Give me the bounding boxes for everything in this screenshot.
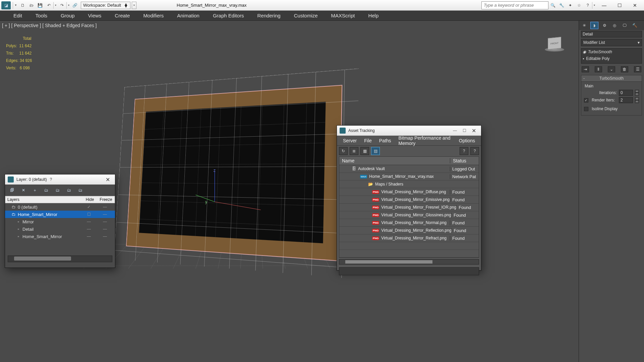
layer-select-icon[interactable]: 🗂 [43,187,50,194]
modifier-stack[interactable]: ◉TurboSmooth ▪Editable Poly [581,48,642,64]
layer-delete-icon[interactable]: ✕ [20,187,27,194]
layer-hide-toggle[interactable]: ✓ [81,205,96,209]
render-iters-spin-buttons[interactable]: ▲▼ [635,97,639,103]
layer-hide-toggle[interactable]: — [81,227,96,231]
display-tab-icon[interactable]: 🖵 [621,22,629,29]
asset-col-status[interactable]: Status [450,158,479,163]
workspace-selector[interactable]: Workspace: Default ▲▼ [81,2,130,9]
layer-hide-toggle[interactable]: ☐ [81,212,96,217]
asset-row[interactable]: PNGVirtual_Dressing_Mirror_Diffuse.pngFo… [339,188,479,196]
window-maximize-button[interactable]: ☐ [612,0,627,11]
asset-row[interactable]: PNGVirtual_Dressing_Mirror_Refract.pngFo… [339,234,479,242]
exchange-icon[interactable]: ✦ [566,1,574,9]
layer-highlight-icon[interactable]: 🗂 [54,187,61,194]
asset-list[interactable]: 🗄Autodesk VaultLogged OutMAXHome_Smart_M… [339,165,479,258]
menu-rendering[interactable]: Rendering [250,11,287,20]
help-icon[interactable]: ? [584,1,592,9]
layer-freeze-icon[interactable]: 🗂 [77,187,84,194]
menu-create[interactable]: Create [108,11,136,20]
menu-customize[interactable]: Customize [287,11,325,20]
asset-col-name[interactable]: Name [339,158,450,163]
menu-edit[interactable]: Edit [7,11,29,20]
asset-horizontal-scrollbar[interactable] [339,259,479,265]
menu-group[interactable]: Group [54,11,81,20]
modify-tab-icon[interactable]: ◗ [590,22,598,29]
menu-help[interactable]: Help [361,11,385,20]
redo-history-dropdown[interactable]: ▾ [66,2,71,9]
asset-dialog-maximize-button[interactable]: ☐ [460,128,469,133]
menu-views[interactable]: Views [81,11,108,20]
undo-history-dropdown[interactable]: ▾ [53,2,58,9]
open-file-icon[interactable]: 🗁 [27,1,36,9]
asset-dialog-close-button[interactable]: ✕ [469,128,478,134]
object-name-field[interactable] [581,31,642,38]
favorite-icon[interactable]: ☆ [575,1,583,9]
iterations-spin-buttons[interactable]: ▲▼ [635,90,639,96]
redo-icon[interactable]: ↷ [58,1,66,9]
layer-freeze-toggle[interactable]: — [96,219,114,224]
layer-col-hide[interactable]: Hide [82,197,97,202]
asset-tracking-dialog[interactable]: Asset Tracking — ☐ ✕ ServerFilePathsBitm… [337,125,481,271]
layer-freeze-toggle[interactable]: — [96,205,114,209]
iterations-spinner[interactable]: 0 [619,90,633,96]
asset-help1-icon[interactable]: ? [460,147,468,155]
asset-menu-bitmap-performance-and-memory[interactable]: Bitmap Performance and Memory [395,134,455,147]
help-search-box[interactable] [481,1,548,9]
show-end-result-icon[interactable]: Ⅱ [595,66,602,72]
asset-row[interactable]: 🗄Autodesk VaultLogged Out [339,165,479,173]
render-iters-spinner[interactable]: 2 [619,97,633,103]
layer-dialog[interactable]: Layer: 0 (default) ? ✕ 🗐 ✕ ＋ 🗂 🗂 🗂 🗂 Lay… [5,174,115,268]
help-search-input[interactable] [484,3,546,8]
lightbulb-icon[interactable]: ◉ [583,50,586,54]
asset-menu-file[interactable]: File [361,137,375,145]
workspace-dropdown[interactable]: ▾ [132,2,136,9]
create-tab-icon[interactable]: ✳ [580,22,588,29]
asset-dialog-minimize-button[interactable]: — [450,128,460,133]
layer-freeze-toggle[interactable]: — [96,234,114,239]
layer-row[interactable]: ▫Mirror—— [5,218,115,225]
search-icon[interactable]: 🔍 [549,1,557,9]
asset-tree-icon[interactable]: ≣ [350,147,358,155]
asset-table-icon[interactable]: ▦ [360,147,369,155]
layer-new-icon[interactable]: 🗐 [8,187,16,194]
undo-icon[interactable]: ↶ [45,1,53,9]
help-dropdown[interactable]: ▾ [592,2,596,9]
save-file-icon[interactable]: 💾 [36,1,44,9]
asset-menu-options[interactable]: Options [456,137,478,145]
layer-horizontal-scrollbar[interactable] [8,256,112,262]
asset-menu-server[interactable]: Server [340,137,360,145]
stack-box-icon[interactable]: ▪ [583,56,584,61]
new-file-icon[interactable]: 🗋 [19,1,27,9]
layer-add-icon[interactable]: ＋ [31,187,39,194]
layer-hide-toggle[interactable]: — [81,219,96,224]
window-close-button[interactable]: ✕ [627,0,643,11]
pin-stack-icon[interactable]: ⇥ [582,66,589,72]
asset-refresh-icon[interactable]: ↻ [339,147,348,155]
menu-graph-editors[interactable]: Graph Editors [206,11,251,20]
scene-geometry[interactable] [126,85,342,261]
asset-help2-icon[interactable]: ? [470,147,479,155]
layer-freeze-toggle[interactable]: — [96,227,114,231]
asset-row[interactable]: PNGVirtual_Dressing_Mirror_Fresnel_IOR.p… [339,204,479,211]
layer-row[interactable]: ▫Home_Smart_Mirror—— [5,233,115,240]
window-minimize-button[interactable]: — [596,0,612,11]
asset-row[interactable]: PNGVirtual_Dressing_Mirror_Reflection.pn… [339,227,479,234]
menu-animation[interactable]: Animation [170,11,206,20]
layer-freeze-toggle[interactable]: — [96,212,114,217]
configure-sets-icon[interactable]: ☰ [634,66,641,72]
layer-hide-toggle[interactable]: — [81,234,96,239]
app-menu-dropdown[interactable]: ▼ [13,2,18,9]
make-unique-icon[interactable]: ⌄ [608,66,615,72]
layer-col-layers[interactable]: Layers [5,197,82,202]
layer-col-freeze[interactable]: Freeze [97,197,115,202]
menu-tools[interactable]: Tools [29,11,54,20]
asset-row[interactable]: PNGVirtual_Dressing_Mirror_Emissive.pngF… [339,196,479,204]
asset-list-icon[interactable]: ▤ [371,147,380,155]
render-iters-checkbox[interactable] [584,98,588,102]
menu-modifiers[interactable]: Modifiers [136,11,170,20]
layer-row[interactable]: ▫Detail—— [5,225,115,233]
asset-row[interactable]: PNGVirtual_Dressing_Mirror_Glossines.png… [339,211,479,219]
layer-row[interactable]: 🗀Home_Smart_Mirror☐— [5,211,115,218]
hierarchy-tab-icon[interactable]: ⚙ [600,22,608,29]
motion-tab-icon[interactable]: ◎ [610,22,619,29]
